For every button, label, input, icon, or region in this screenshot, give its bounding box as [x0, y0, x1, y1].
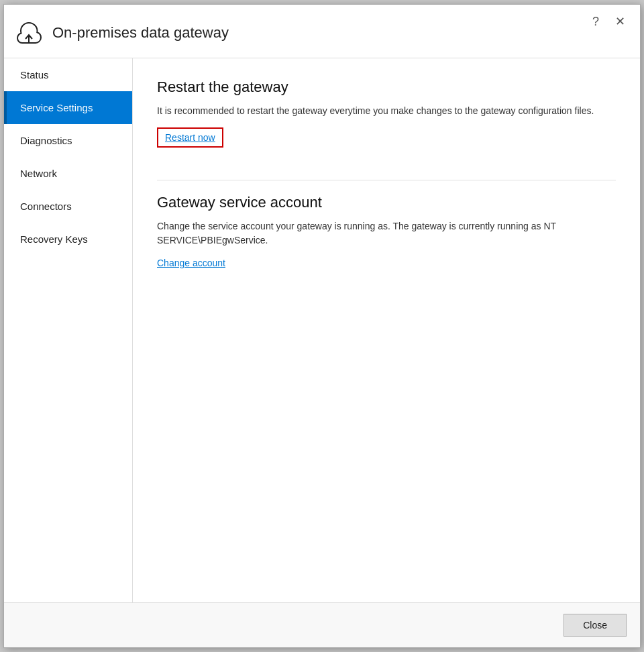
main-panel: Restart the gateway It is recommended to… [133, 58, 640, 602]
change-account-link[interactable]: Change account [157, 258, 225, 268]
sidebar-item-connectors[interactable]: Connectors [4, 190, 132, 223]
app-window: On-premises data gateway ? ✕ Status Serv… [3, 4, 641, 648]
content-area: Status Service Settings Diagnostics Netw… [4, 58, 640, 602]
footer: Close [4, 602, 640, 647]
section-divider [157, 180, 616, 180]
title-bar: On-premises data gateway ? ✕ [4, 5, 640, 58]
restart-now-link[interactable]: Restart now [165, 132, 215, 143]
restart-section: Restart the gateway It is recommended to… [157, 78, 616, 148]
help-button[interactable]: ? [588, 14, 603, 29]
account-description: Change the service account your gateway … [157, 219, 616, 248]
sidebar-item-recovery-keys[interactable]: Recovery Keys [4, 223, 132, 256]
close-button[interactable]: Close [564, 614, 627, 637]
sidebar-item-status[interactable]: Status [4, 58, 132, 91]
restart-title: Restart the gateway [157, 78, 616, 96]
title-actions: ? ✕ [588, 14, 629, 29]
window-close-button[interactable]: ✕ [611, 14, 629, 29]
app-icon [15, 19, 43, 47]
sidebar-item-network[interactable]: Network [4, 157, 132, 190]
account-section: Gateway service account Change the servi… [157, 194, 616, 269]
restart-description: It is recommended to restart the gateway… [157, 104, 616, 118]
app-title: On-premises data gateway [52, 24, 629, 42]
account-title: Gateway service account [157, 194, 616, 211]
restart-link-wrapper: Restart now [157, 127, 223, 148]
sidebar-item-service-settings[interactable]: Service Settings [4, 91, 132, 124]
sidebar-item-diagnostics[interactable]: Diagnostics [4, 124, 132, 157]
sidebar: Status Service Settings Diagnostics Netw… [4, 58, 133, 602]
